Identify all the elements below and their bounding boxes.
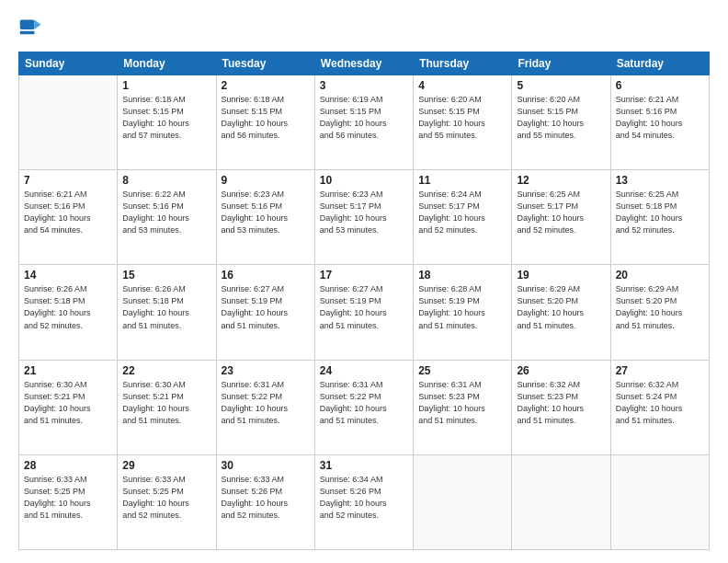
day-info: Sunrise: 6:26 AM Sunset: 5:18 PM Dayligh… bbox=[24, 283, 112, 331]
day-number: 4 bbox=[418, 79, 506, 92]
calendar-cell: 30Sunrise: 6:33 AM Sunset: 5:26 PM Dayli… bbox=[216, 454, 314, 549]
day-number: 21 bbox=[24, 364, 112, 377]
day-number: 27 bbox=[616, 364, 704, 377]
svg-rect-2 bbox=[20, 31, 35, 35]
calendar-cell: 5Sunrise: 6:20 AM Sunset: 5:15 PM Daylig… bbox=[512, 75, 610, 170]
calendar-cell: 25Sunrise: 6:31 AM Sunset: 5:23 PM Dayli… bbox=[414, 360, 512, 454]
day-number: 18 bbox=[418, 269, 506, 282]
day-number: 22 bbox=[122, 364, 210, 377]
calendar-cell: 12Sunrise: 6:25 AM Sunset: 5:17 PM Dayli… bbox=[512, 170, 610, 265]
day-info: Sunrise: 6:21 AM Sunset: 5:16 PM Dayligh… bbox=[616, 94, 704, 142]
week-row-4: 21Sunrise: 6:30 AM Sunset: 5:21 PM Dayli… bbox=[19, 360, 710, 454]
day-number: 26 bbox=[517, 364, 605, 377]
day-number: 23 bbox=[222, 364, 310, 377]
weekday-thursday: Thursday bbox=[414, 52, 512, 75]
week-row-1: 1Sunrise: 6:18 AM Sunset: 5:15 PM Daylig… bbox=[19, 75, 710, 170]
weekday-wednesday: Wednesday bbox=[314, 52, 413, 75]
calendar-cell: 24Sunrise: 6:31 AM Sunset: 5:22 PM Dayli… bbox=[314, 360, 413, 454]
calendar-cell bbox=[610, 454, 709, 549]
calendar-cell: 3Sunrise: 6:19 AM Sunset: 5:15 PM Daylig… bbox=[314, 75, 413, 170]
day-info: Sunrise: 6:25 AM Sunset: 5:18 PM Dayligh… bbox=[616, 189, 704, 236]
calendar-cell: 15Sunrise: 6:26 AM Sunset: 5:18 PM Dayli… bbox=[118, 265, 216, 360]
day-info: Sunrise: 6:29 AM Sunset: 5:20 PM Dayligh… bbox=[616, 283, 704, 331]
calendar-cell bbox=[414, 454, 512, 549]
svg-rect-0 bbox=[20, 20, 35, 30]
day-info: Sunrise: 6:32 AM Sunset: 5:23 PM Dayligh… bbox=[517, 379, 605, 427]
weekday-monday: Monday bbox=[118, 52, 216, 75]
day-info: Sunrise: 6:27 AM Sunset: 5:19 PM Dayligh… bbox=[222, 283, 310, 331]
weekday-sunday: Sunday bbox=[19, 52, 118, 75]
day-number: 8 bbox=[122, 174, 210, 187]
calendar-cell: 26Sunrise: 6:32 AM Sunset: 5:23 PM Dayli… bbox=[512, 360, 610, 454]
week-row-5: 28Sunrise: 6:33 AM Sunset: 5:25 PM Dayli… bbox=[19, 454, 710, 549]
day-info: Sunrise: 6:33 AM Sunset: 5:25 PM Dayligh… bbox=[24, 474, 112, 522]
day-number: 31 bbox=[320, 459, 408, 472]
calendar-cell: 28Sunrise: 6:33 AM Sunset: 5:25 PM Dayli… bbox=[19, 454, 118, 549]
day-number: 24 bbox=[320, 364, 408, 377]
week-row-2: 7Sunrise: 6:21 AM Sunset: 5:16 PM Daylig… bbox=[19, 170, 710, 265]
day-number: 15 bbox=[122, 269, 210, 282]
calendar-cell: 18Sunrise: 6:28 AM Sunset: 5:19 PM Dayli… bbox=[414, 265, 512, 360]
day-info: Sunrise: 6:30 AM Sunset: 5:21 PM Dayligh… bbox=[24, 379, 112, 427]
logo bbox=[18, 17, 48, 42]
day-info: Sunrise: 6:22 AM Sunset: 5:16 PM Dayligh… bbox=[122, 189, 210, 236]
day-info: Sunrise: 6:20 AM Sunset: 5:15 PM Dayligh… bbox=[418, 94, 506, 142]
weekday-header-row: SundayMondayTuesdayWednesdayThursdayFrid… bbox=[19, 52, 710, 75]
calendar-cell: 8Sunrise: 6:22 AM Sunset: 5:16 PM Daylig… bbox=[118, 170, 216, 265]
calendar-cell bbox=[512, 454, 610, 549]
day-info: Sunrise: 6:31 AM Sunset: 5:22 PM Dayligh… bbox=[320, 379, 408, 427]
day-info: Sunrise: 6:31 AM Sunset: 5:22 PM Dayligh… bbox=[222, 379, 310, 427]
day-number: 11 bbox=[418, 174, 506, 187]
day-info: Sunrise: 6:28 AM Sunset: 5:19 PM Dayligh… bbox=[418, 283, 506, 331]
svg-marker-1 bbox=[35, 20, 41, 30]
calendar-cell: 16Sunrise: 6:27 AM Sunset: 5:19 PM Dayli… bbox=[216, 265, 314, 360]
calendar-cell: 1Sunrise: 6:18 AM Sunset: 5:15 PM Daylig… bbox=[118, 75, 216, 170]
calendar-cell: 2Sunrise: 6:18 AM Sunset: 5:15 PM Daylig… bbox=[216, 75, 314, 170]
calendar-cell: 7Sunrise: 6:21 AM Sunset: 5:16 PM Daylig… bbox=[19, 170, 118, 265]
day-number: 3 bbox=[320, 79, 408, 92]
logo-icon bbox=[18, 17, 44, 42]
day-number: 7 bbox=[24, 174, 112, 187]
weekday-tuesday: Tuesday bbox=[216, 52, 314, 75]
day-number: 6 bbox=[616, 79, 704, 92]
calendar-cell: 11Sunrise: 6:24 AM Sunset: 5:17 PM Dayli… bbox=[414, 170, 512, 265]
calendar-table: SundayMondayTuesdayWednesdayThursdayFrid… bbox=[18, 52, 710, 550]
day-number: 12 bbox=[517, 174, 605, 187]
day-number: 2 bbox=[222, 79, 310, 92]
day-number: 13 bbox=[616, 174, 704, 187]
page: SundayMondayTuesdayWednesdayThursdayFrid… bbox=[0, 0, 728, 563]
calendar-cell: 21Sunrise: 6:30 AM Sunset: 5:21 PM Dayli… bbox=[19, 360, 118, 454]
day-info: Sunrise: 6:26 AM Sunset: 5:18 PM Dayligh… bbox=[122, 283, 210, 331]
day-info: Sunrise: 6:23 AM Sunset: 5:16 PM Dayligh… bbox=[222, 189, 310, 236]
day-number: 28 bbox=[24, 459, 112, 472]
calendar-cell: 23Sunrise: 6:31 AM Sunset: 5:22 PM Dayli… bbox=[216, 360, 314, 454]
calendar-cell: 22Sunrise: 6:30 AM Sunset: 5:21 PM Dayli… bbox=[118, 360, 216, 454]
calendar-cell: 17Sunrise: 6:27 AM Sunset: 5:19 PM Dayli… bbox=[314, 265, 413, 360]
day-info: Sunrise: 6:18 AM Sunset: 5:15 PM Dayligh… bbox=[222, 94, 310, 142]
day-number: 1 bbox=[122, 79, 210, 92]
calendar-cell: 27Sunrise: 6:32 AM Sunset: 5:24 PM Dayli… bbox=[610, 360, 709, 454]
day-number: 9 bbox=[222, 174, 310, 187]
day-number: 10 bbox=[320, 174, 408, 187]
day-number: 16 bbox=[222, 269, 310, 282]
weekday-saturday: Saturday bbox=[610, 52, 709, 75]
day-info: Sunrise: 6:33 AM Sunset: 5:25 PM Dayligh… bbox=[122, 474, 210, 522]
day-number: 29 bbox=[122, 459, 210, 472]
header bbox=[18, 17, 710, 42]
day-info: Sunrise: 6:34 AM Sunset: 5:26 PM Dayligh… bbox=[320, 474, 408, 522]
day-info: Sunrise: 6:21 AM Sunset: 5:16 PM Dayligh… bbox=[24, 189, 112, 236]
day-info: Sunrise: 6:33 AM Sunset: 5:26 PM Dayligh… bbox=[222, 474, 310, 522]
day-info: Sunrise: 6:20 AM Sunset: 5:15 PM Dayligh… bbox=[517, 94, 605, 142]
day-info: Sunrise: 6:31 AM Sunset: 5:23 PM Dayligh… bbox=[418, 379, 506, 427]
calendar-cell: 31Sunrise: 6:34 AM Sunset: 5:26 PM Dayli… bbox=[314, 454, 413, 549]
day-info: Sunrise: 6:25 AM Sunset: 5:17 PM Dayligh… bbox=[517, 189, 605, 236]
calendar-cell: 14Sunrise: 6:26 AM Sunset: 5:18 PM Dayli… bbox=[19, 265, 118, 360]
calendar-cell: 20Sunrise: 6:29 AM Sunset: 5:20 PM Dayli… bbox=[610, 265, 709, 360]
calendar-cell bbox=[19, 75, 118, 170]
day-number: 17 bbox=[320, 269, 408, 282]
calendar-cell: 13Sunrise: 6:25 AM Sunset: 5:18 PM Dayli… bbox=[610, 170, 709, 265]
weekday-friday: Friday bbox=[512, 52, 610, 75]
calendar-cell: 29Sunrise: 6:33 AM Sunset: 5:25 PM Dayli… bbox=[118, 454, 216, 549]
calendar-cell: 4Sunrise: 6:20 AM Sunset: 5:15 PM Daylig… bbox=[414, 75, 512, 170]
day-info: Sunrise: 6:23 AM Sunset: 5:17 PM Dayligh… bbox=[320, 189, 408, 236]
